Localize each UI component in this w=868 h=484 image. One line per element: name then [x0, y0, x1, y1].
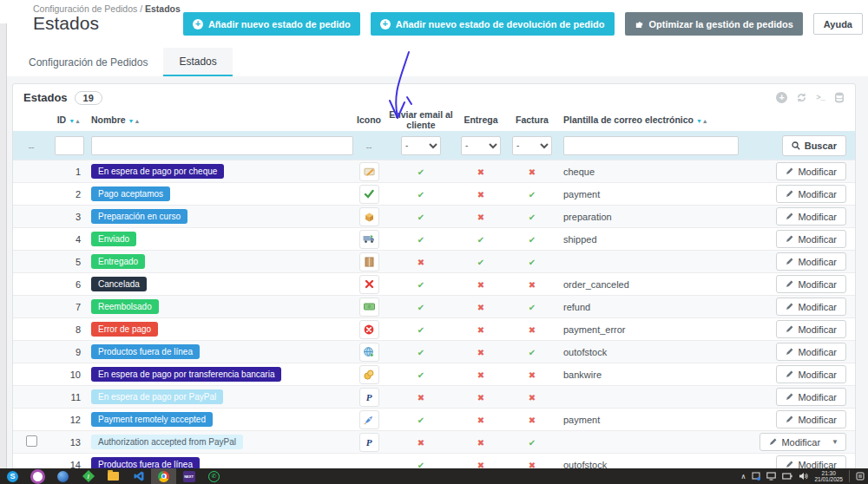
tab-statuses[interactable]: Estados — [163, 48, 232, 76]
table-row[interactable]: 2Pago aceptamos✔✖✔paymentModificar — [13, 182, 855, 205]
cross-mark-icon: ✖ — [529, 167, 536, 177]
header-name[interactable]: Nombre ▼▲ — [89, 114, 350, 125]
header-id[interactable]: ID ▼▲ — [49, 114, 89, 125]
modify-button[interactable]: Modificar — [776, 343, 846, 361]
del-cell: ✖ — [454, 347, 508, 357]
modify-button[interactable]: Modificar — [776, 410, 846, 428]
check-mark-icon: ✔ — [529, 190, 536, 199]
taskbar-app-file-explorer[interactable] — [101, 468, 126, 484]
del-cell: ✖ — [454, 415, 508, 425]
cross-mark-icon: ✖ — [477, 303, 484, 312]
search-button[interactable]: Buscar — [782, 135, 846, 156]
table-row[interactable]: 9Productos fuera de línea✔✖✔outofstockMo… — [13, 340, 855, 363]
modify-button[interactable]: Modificar — [776, 275, 846, 293]
table-row[interactable]: 1En espera de pago por cheque✔✖✖chequeMo… — [13, 160, 855, 182]
modify-button[interactable]: Modificar — [776, 162, 846, 180]
modify-button[interactable]: Modificar — [776, 298, 846, 316]
sort-desc-icon[interactable]: ▼ — [696, 118, 702, 124]
optimize-orders-button[interactable]: Optimizar la gestión de pedidos — [625, 12, 803, 36]
row-name-cell: En espera de pago por PayPal — [89, 389, 350, 404]
taskbar-app-whatsapp[interactable]: ✆ — [201, 468, 227, 484]
add-new-icon[interactable]: + — [776, 92, 787, 103]
tray-expand-icon[interactable]: ∧ — [741, 473, 746, 481]
paypal-icon: P — [359, 388, 379, 407]
taskbar-app-chrome[interactable] — [151, 468, 176, 484]
table-row[interactable]: 6Cancelada✔✖✖order_canceledModificar — [13, 272, 855, 295]
header-template[interactable]: Plantilla de correo electrónico ▼▲ — [556, 114, 743, 125]
table-row[interactable]: 7Reembolsado✔✖✔refundModificar — [13, 295, 855, 317]
notification-center-icon[interactable] — [856, 472, 865, 481]
row-name-cell: Payment remotely accepted — [89, 412, 350, 427]
tray-speaker-icon[interactable] — [799, 472, 808, 481]
sort-desc-icon[interactable]: ▼ — [128, 118, 135, 124]
row-id: 11 — [49, 392, 89, 402]
panel-title: Estados — [23, 91, 68, 104]
taskbar-app-blue-sphere-app[interactable] — [50, 468, 76, 484]
tab-order-settings[interactable]: Configuración de Pedidos — [13, 48, 163, 76]
filter-row: -- -- - - - Buscar — [13, 131, 855, 160]
table-row[interactable]: 5Entregado✖✔✔Modificar — [13, 250, 855, 272]
taskbar: S/NEXT✆ ∧ 21:30 21/01/2025 — [0, 468, 868, 484]
table-row[interactable]: 12Payment remotely accepted✔✖✖paymentMod… — [13, 408, 855, 430]
refresh-icon[interactable] — [796, 92, 807, 103]
help-button[interactable]: Ayuda — [813, 13, 863, 35]
add-order-status-button[interactable]: + Añadir nuevo estado de pedido — [183, 12, 360, 36]
add-return-status-button[interactable]: + Añadir nuevo estado de devolución de p… — [371, 12, 615, 36]
modify-button[interactable]: Modificar — [776, 365, 846, 383]
sql-console-icon[interactable]: >_ — [816, 94, 825, 102]
taskbar-clock[interactable]: 21:30 21/01/2025 — [814, 470, 843, 482]
modify-button[interactable]: Modificar — [776, 185, 846, 203]
table-row[interactable]: 11En espera de pago por PayPalP✖✖✖Modifi… — [13, 385, 855, 408]
cross-mark-icon: ✖ — [477, 280, 484, 290]
sort-asc-icon[interactable]: ▲ — [75, 118, 81, 124]
add-return-status-label: Añadir nuevo estado de devolución de ped… — [396, 19, 605, 29]
modify-label: Modificar — [798, 189, 837, 199]
row-template: cheque — [556, 167, 743, 177]
email-cell: ✔ — [388, 212, 454, 222]
tray-battery-icon[interactable] — [782, 473, 792, 480]
taskbar-app-next-app[interactable]: NEXT — [176, 468, 201, 484]
sort-asc-icon[interactable]: ▲ — [702, 118, 708, 124]
dropdown-caret-icon[interactable]: ▼ — [832, 438, 838, 446]
modify-button[interactable]: Modificar▼ — [760, 433, 846, 451]
sort-asc-icon[interactable]: ▲ — [135, 118, 141, 124]
table-row[interactable]: 3Preparación en curso✔✖✔preparationModif… — [13, 205, 855, 227]
email-cell: ✔ — [388, 324, 454, 335]
filter-template-input[interactable] — [563, 136, 739, 155]
fact-cell: ✖ — [508, 392, 556, 402]
modify-button[interactable]: Modificar — [776, 207, 846, 226]
modify-button[interactable]: Modificar — [776, 320, 846, 338]
row-actions-cell: Modificar▼ — [743, 433, 855, 451]
row-icon-cell — [350, 252, 388, 271]
filter-delivery-select[interactable]: - — [461, 136, 501, 155]
modify-button[interactable]: Modificar — [776, 252, 846, 271]
del-cell: ✖ — [454, 279, 508, 290]
table-row[interactable]: 13Authorization accepted from PayPalP✖✖✔… — [13, 430, 855, 453]
taskbar-app-skype[interactable]: S — [0, 468, 25, 484]
export-db-icon[interactable] — [834, 92, 845, 103]
modify-button[interactable]: Modificar — [776, 230, 846, 248]
page-title: Estados — [33, 13, 99, 34]
modify-button[interactable]: Modificar — [776, 388, 846, 406]
table-row[interactable]: 8Error de pago✔✖✖payment_errorModificar — [13, 317, 855, 340]
row-name-cell: Error de pago — [89, 322, 350, 337]
tray-window-icon[interactable] — [752, 472, 760, 481]
filter-invoice-select[interactable]: - — [512, 136, 552, 155]
taskbar-app-vscode[interactable] — [126, 468, 151, 484]
cross-mark-icon: ✖ — [418, 393, 424, 402]
error-icon — [359, 320, 379, 339]
taskbar-app-green-diamond-app[interactable]: / — [76, 468, 101, 484]
filter-id-input[interactable] — [55, 136, 84, 155]
tray-monitor-icon[interactable] — [766, 472, 776, 481]
help-label: Ayuda — [824, 19, 852, 29]
row-id: 5 — [49, 257, 89, 267]
table-row[interactable]: 10En espera de pago por transferencia ba… — [13, 363, 855, 385]
pencil-icon — [786, 257, 793, 267]
row-checkbox[interactable] — [26, 435, 37, 447]
filter-name-input[interactable] — [91, 136, 353, 155]
filter-email-select[interactable]: - — [401, 136, 441, 155]
filter-icon-placeholder: -- — [366, 142, 372, 152]
taskbar-app-purple-ring-app[interactable] — [25, 468, 50, 484]
table-row[interactable]: 4Enviado✔✔✔shippedModificar — [13, 227, 855, 250]
header-delivery-label: Entrega — [464, 114, 497, 125]
